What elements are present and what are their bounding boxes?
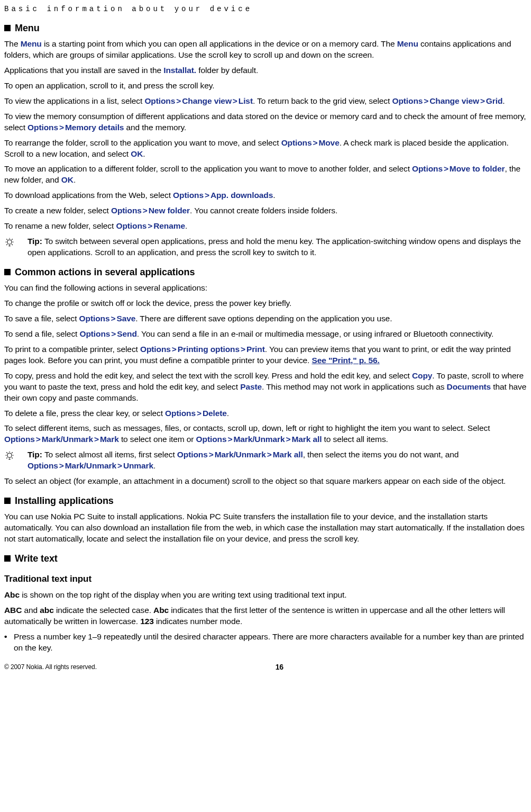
kw-memorydetails: Memory details: [65, 123, 124, 132]
kw-options: Options: [196, 435, 227, 444]
copyright: © 2007 Nokia. All rights reserved.: [4, 663, 97, 671]
svg-point-10: [7, 453, 12, 457]
svg-line-8: [12, 244, 13, 245]
heading-install: Installing applications: [4, 494, 527, 507]
gt-icon: >: [147, 221, 153, 230]
gt-icon: >: [58, 123, 65, 132]
heading-text: Menu: [15, 22, 40, 34]
heading-menu: Menu: [4, 22, 527, 34]
text: To download applications from the Web, s…: [4, 191, 173, 200]
text: is a starting point from which you can o…: [42, 39, 397, 48]
bullet-item: • Press a number key 1–9 repeatedly unti…: [4, 631, 527, 654]
heading-write: Write text: [4, 552, 527, 565]
text: To rearrange the folder, scroll to the a…: [4, 138, 281, 147]
kw-options: Options: [28, 461, 58, 470]
kw-options: Options: [79, 314, 110, 323]
text: To delete a file, press the clear key, o…: [4, 409, 165, 418]
text: .: [143, 149, 145, 158]
kw-print: Print: [246, 345, 265, 354]
kw-unmark: Unmark: [123, 461, 153, 470]
bullet-icon: •: [4, 631, 14, 654]
gt-icon: >: [93, 435, 100, 444]
page-number: 16: [276, 662, 283, 672]
kw-changeview: Change view: [182, 96, 232, 105]
gt-icon: >: [232, 96, 239, 105]
gt-icon: >: [312, 138, 318, 147]
text: To save a file, select: [4, 314, 79, 323]
para: To change the profile or switch off or l…: [4, 298, 527, 309]
heading-common: Common actions in several applications: [4, 266, 527, 278]
square-bullet-icon: [4, 555, 11, 562]
kw-grid: Grid: [486, 96, 502, 105]
kw-list: List: [239, 96, 253, 105]
gt-icon: >: [196, 409, 203, 418]
kw-send: Send: [117, 329, 137, 338]
link-see-print[interactable]: See "Print," p. 56.: [312, 356, 380, 365]
indicator-abc-mixed-icon: Abc: [4, 590, 20, 599]
text: .: [185, 221, 187, 230]
tip-body: To select almost all items, first select: [44, 450, 177, 459]
tip-block: Tip: To select almost all items, first s…: [4, 449, 527, 472]
svg-line-18: [12, 458, 13, 459]
text: To create a new folder, select: [4, 206, 111, 215]
kw-documents: Documents: [447, 382, 491, 391]
heading-text: Write text: [15, 552, 58, 565]
kw-options: Options: [28, 123, 58, 132]
lightbulb-icon: [4, 236, 28, 251]
text: . There are different save options depen…: [135, 314, 392, 323]
text: . This method may not work in applicatio…: [262, 382, 447, 391]
svg-line-7: [6, 244, 7, 245]
kw-newfolder: New folder: [149, 206, 190, 215]
para: To delete a file, press the clear key, o…: [4, 408, 527, 419]
para: To select an object (for example, an att…: [4, 476, 527, 487]
kw-markall: Mark all: [291, 435, 322, 444]
kw-rename: Rename: [153, 221, 185, 230]
tip-label: Tip:: [28, 237, 44, 246]
indicator-123-icon: 123: [140, 617, 154, 626]
svg-line-5: [6, 239, 7, 240]
subheading-traditional: Traditional text input: [4, 573, 527, 585]
kw-move: Move: [318, 138, 339, 147]
tip-block: Tip: To switch between several open appl…: [4, 236, 527, 258]
kw-options: Options: [111, 206, 142, 215]
text: To print to a compatible printer, select: [4, 345, 140, 354]
tip-body: To switch between several open applicati…: [28, 237, 521, 257]
para: To rename a new folder, select Options>R…: [4, 221, 527, 232]
text: . You can send a file in an e-mail or mu…: [137, 329, 493, 338]
heading-text: Installing applications: [15, 494, 114, 507]
text: Applications that you install are saved …: [4, 66, 163, 75]
kw-options: Options: [177, 450, 208, 459]
text: indicates number mode.: [154, 617, 242, 626]
kw-options: Options: [79, 329, 110, 338]
para: You can find the following actions in se…: [4, 283, 527, 294]
gt-icon: >: [58, 461, 65, 470]
kw-menu: Menu: [21, 39, 42, 48]
text: .: [74, 175, 76, 184]
text: . To return back to the grid view, selec…: [253, 96, 392, 105]
text: .: [227, 409, 229, 418]
gt-icon: >: [116, 461, 123, 470]
text: To rename a new folder, select: [4, 221, 116, 230]
para: To move an application to a different fo…: [4, 164, 527, 186]
gt-icon: >: [226, 435, 233, 444]
kw-options: Options: [173, 191, 204, 200]
indicator-abc-lower-icon: abc: [40, 606, 53, 615]
svg-line-15: [6, 453, 7, 454]
gt-icon: >: [110, 329, 117, 338]
svg-point-0: [7, 240, 12, 244]
indicator-abc-upper-icon: ABC: [4, 606, 22, 615]
text: folder by default.: [196, 66, 258, 75]
gt-icon: >: [171, 345, 178, 354]
para: To open an application, scroll to it, an…: [4, 80, 527, 92]
kw-markunmark: Mark/Unmark: [233, 435, 285, 444]
kw-options: Options: [392, 96, 423, 105]
kw-copy: Copy: [412, 371, 432, 380]
para: The Menu is a starting point from which …: [4, 39, 527, 61]
heading-text: Common actions in several applications: [15, 266, 195, 278]
para: To view the applications in a list, sele…: [4, 96, 527, 107]
text: The: [4, 39, 21, 48]
para: To print to a compatible printer, select…: [4, 344, 527, 366]
text: To view the applications in a list, sele…: [4, 96, 144, 105]
kw-delete: Delete: [203, 409, 227, 418]
text: and: [22, 606, 40, 615]
